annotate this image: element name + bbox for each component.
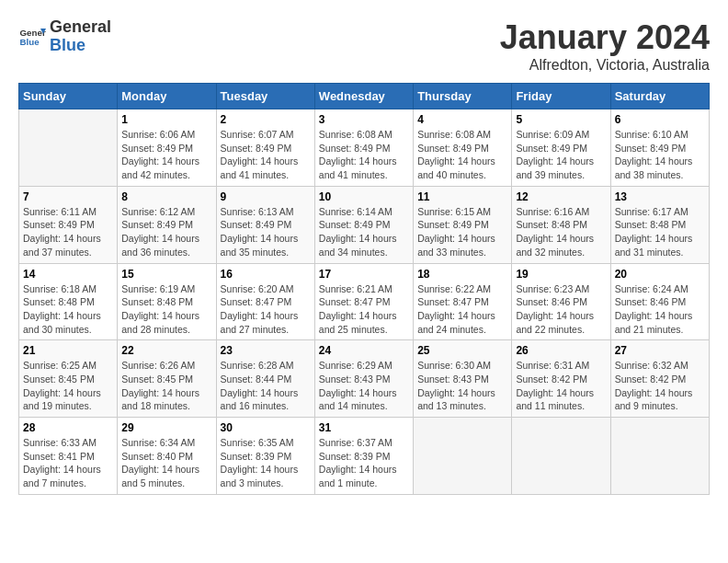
day-info: Sunrise: 6:34 AMSunset: 8:40 PMDaylight:… <box>121 436 211 490</box>
calendar-cell: 4Sunrise: 6:08 AMSunset: 8:49 PMDaylight… <box>414 109 512 187</box>
calendar-cell: 20Sunrise: 6:24 AMSunset: 8:46 PMDayligh… <box>610 263 709 340</box>
day-info: Sunrise: 6:14 AMSunset: 8:49 PMDaylight:… <box>319 205 409 259</box>
calendar-cell: 30Sunrise: 6:35 AMSunset: 8:39 PMDayligh… <box>216 418 314 495</box>
svg-text:Blue: Blue <box>20 37 40 47</box>
day-number: 31 <box>319 421 409 434</box>
calendar-cell: 24Sunrise: 6:29 AMSunset: 8:43 PMDayligh… <box>314 340 413 418</box>
day-info: Sunrise: 6:28 AMSunset: 8:44 PMDaylight:… <box>221 359 311 413</box>
day-info: Sunrise: 6:16 AMSunset: 8:48 PMDaylight:… <box>516 205 606 259</box>
day-info: Sunrise: 6:19 AMSunset: 8:48 PMDaylight:… <box>121 282 211 337</box>
calendar-cell: 6Sunrise: 6:10 AMSunset: 8:49 PMDaylight… <box>610 109 709 187</box>
calendar-week-row: 7Sunrise: 6:11 AMSunset: 8:49 PMDaylight… <box>19 186 710 263</box>
day-number: 11 <box>417 190 507 203</box>
day-number: 5 <box>516 113 606 126</box>
day-number: 8 <box>121 190 211 203</box>
calendar-subtitle: Alfredton, Victoria, Australia <box>500 57 710 74</box>
header-sunday: Sunday <box>19 84 118 109</box>
day-number: 29 <box>121 421 211 434</box>
day-info: Sunrise: 6:22 AMSunset: 8:47 PMDaylight:… <box>417 282 507 337</box>
logo-general: General <box>50 18 111 37</box>
calendar-cell: 26Sunrise: 6:31 AMSunset: 8:42 PMDayligh… <box>512 340 610 418</box>
day-info: Sunrise: 6:26 AMSunset: 8:45 PMDaylight:… <box>121 359 211 413</box>
day-number: 6 <box>615 113 705 126</box>
day-number: 28 <box>23 421 113 434</box>
header-thursday: Thursday <box>414 84 512 109</box>
day-info: Sunrise: 6:24 AMSunset: 8:46 PMDaylight:… <box>615 282 705 337</box>
day-number: 20 <box>615 268 705 281</box>
calendar-cell: 19Sunrise: 6:23 AMSunset: 8:46 PMDayligh… <box>512 263 610 340</box>
day-number: 16 <box>221 268 311 281</box>
day-info: Sunrise: 6:29 AMSunset: 8:43 PMDaylight:… <box>319 359 409 413</box>
logo-icon: General Blue <box>18 23 46 51</box>
day-number: 30 <box>221 421 311 434</box>
calendar-cell: 31Sunrise: 6:37 AMSunset: 8:39 PMDayligh… <box>314 418 413 495</box>
day-number: 15 <box>121 268 211 281</box>
day-info: Sunrise: 6:25 AMSunset: 8:45 PMDaylight:… <box>23 359 113 413</box>
day-info: Sunrise: 6:33 AMSunset: 8:41 PMDaylight:… <box>23 436 113 490</box>
title-block: January 2024 Alfredton, Victoria, Austra… <box>500 18 710 74</box>
day-info: Sunrise: 6:21 AMSunset: 8:47 PMDaylight:… <box>319 282 409 337</box>
calendar-cell: 7Sunrise: 6:11 AMSunset: 8:49 PMDaylight… <box>19 186 118 263</box>
calendar-cell: 17Sunrise: 6:21 AMSunset: 8:47 PMDayligh… <box>314 263 413 340</box>
day-info: Sunrise: 6:23 AMSunset: 8:46 PMDaylight:… <box>516 282 606 337</box>
page-header: General Blue General Blue January 2024 A… <box>18 18 710 74</box>
day-number: 25 <box>417 344 507 357</box>
calendar-cell: 13Sunrise: 6:17 AMSunset: 8:48 PMDayligh… <box>610 186 709 263</box>
header-saturday: Saturday <box>610 84 709 109</box>
header-friday: Friday <box>512 84 610 109</box>
day-number: 18 <box>417 268 507 281</box>
day-info: Sunrise: 6:31 AMSunset: 8:42 PMDaylight:… <box>516 359 606 413</box>
day-info: Sunrise: 6:20 AMSunset: 8:47 PMDaylight:… <box>221 282 311 337</box>
day-number: 17 <box>319 268 409 281</box>
day-number: 23 <box>221 344 311 357</box>
day-info: Sunrise: 6:17 AMSunset: 8:48 PMDaylight:… <box>615 205 705 259</box>
calendar-week-row: 28Sunrise: 6:33 AMSunset: 8:41 PMDayligh… <box>19 418 710 495</box>
calendar-header-row: Sunday Monday Tuesday Wednesday Thursday… <box>19 84 710 109</box>
calendar-cell: 11Sunrise: 6:15 AMSunset: 8:49 PMDayligh… <box>414 186 512 263</box>
calendar-cell: 29Sunrise: 6:34 AMSunset: 8:40 PMDayligh… <box>118 418 216 495</box>
calendar-cell: 3Sunrise: 6:08 AMSunset: 8:49 PMDaylight… <box>314 109 413 187</box>
day-number: 13 <box>615 190 705 203</box>
calendar-cell: 2Sunrise: 6:07 AMSunset: 8:49 PMDaylight… <box>216 109 314 187</box>
logo-text: General Blue <box>50 18 111 55</box>
calendar-cell: 21Sunrise: 6:25 AMSunset: 8:45 PMDayligh… <box>19 340 118 418</box>
calendar-cell: 5Sunrise: 6:09 AMSunset: 8:49 PMDaylight… <box>512 109 610 187</box>
calendar-cell: 1Sunrise: 6:06 AMSunset: 8:49 PMDaylight… <box>118 109 216 187</box>
day-info: Sunrise: 6:07 AMSunset: 8:49 PMDaylight:… <box>221 128 311 182</box>
day-number: 22 <box>121 344 211 357</box>
day-number: 7 <box>23 190 113 203</box>
calendar-cell: 8Sunrise: 6:12 AMSunset: 8:49 PMDaylight… <box>118 186 216 263</box>
calendar-cell: 16Sunrise: 6:20 AMSunset: 8:47 PMDayligh… <box>216 263 314 340</box>
calendar-cell <box>512 418 610 495</box>
calendar-cell: 10Sunrise: 6:14 AMSunset: 8:49 PMDayligh… <box>314 186 413 263</box>
day-info: Sunrise: 6:30 AMSunset: 8:43 PMDaylight:… <box>417 359 507 413</box>
day-info: Sunrise: 6:11 AMSunset: 8:49 PMDaylight:… <box>23 205 113 259</box>
calendar-cell <box>610 418 709 495</box>
calendar-week-row: 14Sunrise: 6:18 AMSunset: 8:48 PMDayligh… <box>19 263 710 340</box>
day-number: 3 <box>319 113 409 126</box>
day-number: 10 <box>319 190 409 203</box>
day-info: Sunrise: 6:12 AMSunset: 8:49 PMDaylight:… <box>121 205 211 259</box>
calendar-cell: 28Sunrise: 6:33 AMSunset: 8:41 PMDayligh… <box>19 418 118 495</box>
day-number: 2 <box>221 113 311 126</box>
day-info: Sunrise: 6:32 AMSunset: 8:42 PMDaylight:… <box>615 359 705 413</box>
calendar-cell: 12Sunrise: 6:16 AMSunset: 8:48 PMDayligh… <box>512 186 610 263</box>
day-number: 24 <box>319 344 409 357</box>
header-monday: Monday <box>118 84 216 109</box>
day-number: 1 <box>121 113 211 126</box>
calendar-cell <box>414 418 512 495</box>
day-info: Sunrise: 6:10 AMSunset: 8:49 PMDaylight:… <box>615 128 705 182</box>
calendar-title: January 2024 <box>500 18 710 57</box>
day-info: Sunrise: 6:13 AMSunset: 8:49 PMDaylight:… <box>221 205 311 259</box>
day-number: 14 <box>23 268 113 281</box>
calendar-cell <box>19 109 118 187</box>
calendar-cell: 27Sunrise: 6:32 AMSunset: 8:42 PMDayligh… <box>610 340 709 418</box>
day-info: Sunrise: 6:09 AMSunset: 8:49 PMDaylight:… <box>516 128 606 182</box>
day-info: Sunrise: 6:08 AMSunset: 8:49 PMDaylight:… <box>319 128 409 182</box>
day-number: 9 <box>221 190 311 203</box>
calendar-cell: 18Sunrise: 6:22 AMSunset: 8:47 PMDayligh… <box>414 263 512 340</box>
day-number: 21 <box>23 344 113 357</box>
calendar-week-row: 1Sunrise: 6:06 AMSunset: 8:49 PMDaylight… <box>19 109 710 187</box>
calendar-body: 1Sunrise: 6:06 AMSunset: 8:49 PMDaylight… <box>19 109 710 495</box>
day-number: 27 <box>615 344 705 357</box>
